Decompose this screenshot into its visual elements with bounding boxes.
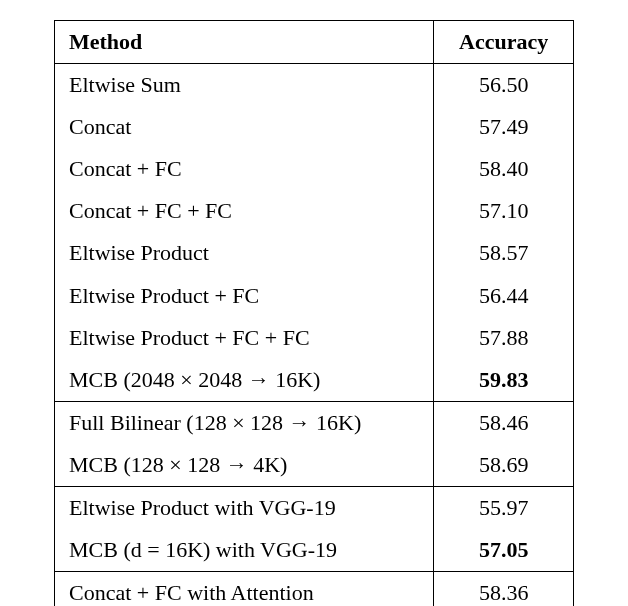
table-row: Concat + FC with Attention58.36 (55, 572, 574, 606)
method-cell: MCB (128 × 128 → 4K) (55, 444, 434, 487)
table-row: Eltwise Sum56.50 (55, 64, 574, 107)
header-accuracy: Accuracy (434, 21, 574, 64)
table-row: Full Bilinear (128 × 128 → 16K)58.46 (55, 401, 574, 444)
accuracy-cell: 58.46 (434, 401, 574, 444)
method-cell: Full Bilinear (128 × 128 → 16K) (55, 401, 434, 444)
table-row: MCB (2048 × 2048 → 16K)59.83 (55, 359, 574, 402)
header-method: Method (55, 21, 434, 64)
table-row: Eltwise Product58.57 (55, 232, 574, 274)
accuracy-cell: 58.36 (434, 572, 574, 606)
results-table: Method Accuracy Eltwise Sum56.50Concat57… (54, 20, 574, 606)
method-cell: Eltwise Sum (55, 64, 434, 107)
accuracy-cell: 56.50 (434, 64, 574, 107)
table-header-row: Method Accuracy (55, 21, 574, 64)
table-row: Concat + FC + FC57.10 (55, 190, 574, 232)
method-cell: Eltwise Product + FC (55, 275, 434, 317)
table-row: Eltwise Product + FC56.44 (55, 275, 574, 317)
method-cell: MCB (d = 16K) with VGG-19 (55, 529, 434, 572)
table-row: Eltwise Product with VGG-1955.97 (55, 487, 574, 530)
accuracy-cell: 57.05 (434, 529, 574, 572)
method-cell: Concat + FC (55, 148, 434, 190)
accuracy-cell: 55.97 (434, 487, 574, 530)
accuracy-cell: 58.57 (434, 232, 574, 274)
table-row: Concat57.49 (55, 106, 574, 148)
method-cell: Concat + FC with Attention (55, 572, 434, 606)
accuracy-cell: 58.40 (434, 148, 574, 190)
table-row: Concat + FC58.40 (55, 148, 574, 190)
method-cell: Eltwise Product + FC + FC (55, 317, 434, 359)
accuracy-cell: 58.69 (434, 444, 574, 487)
table-body: Eltwise Sum56.50Concat57.49Concat + FC58… (55, 64, 574, 606)
accuracy-cell: 57.10 (434, 190, 574, 232)
accuracy-cell: 59.83 (434, 359, 574, 402)
accuracy-cell: 56.44 (434, 275, 574, 317)
table-row: MCB (128 × 128 → 4K)58.69 (55, 444, 574, 487)
accuracy-cell: 57.49 (434, 106, 574, 148)
method-cell: Eltwise Product with VGG-19 (55, 487, 434, 530)
method-cell: MCB (2048 × 2048 → 16K) (55, 359, 434, 402)
table-row: MCB (d = 16K) with VGG-1957.05 (55, 529, 574, 572)
method-cell: Eltwise Product (55, 232, 434, 274)
table-row: Eltwise Product + FC + FC57.88 (55, 317, 574, 359)
method-cell: Concat (55, 106, 434, 148)
method-cell: Concat + FC + FC (55, 190, 434, 232)
accuracy-cell: 57.88 (434, 317, 574, 359)
